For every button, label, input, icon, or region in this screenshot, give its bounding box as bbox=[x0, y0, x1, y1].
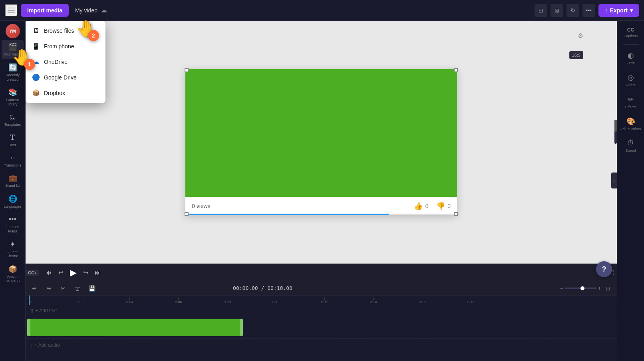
top-bar: Import media My video ☁ ⊡ ⊠ ↻ ••• ↑ Expo… bbox=[0, 0, 644, 21]
fit-to-window-button[interactable]: ⊡ bbox=[602, 283, 614, 294]
zoom-slider[interactable] bbox=[564, 288, 596, 289]
help-button[interactable]: ? bbox=[596, 261, 612, 277]
add-text-text[interactable]: + Add text bbox=[36, 308, 57, 313]
dropdown-dropbox[interactable]: 📦 Dropbox bbox=[26, 85, 105, 101]
captions-button[interactable]: CC+ bbox=[26, 270, 39, 276]
clip-handle-right[interactable] bbox=[240, 319, 243, 336]
scroll-indicator bbox=[614, 120, 617, 144]
right-panel-effects[interactable]: ✏ Effects bbox=[619, 92, 643, 112]
sidebar-item-brand-kit[interactable]: 💼 Brand kit bbox=[2, 171, 24, 190]
top-bar-right: ⊡ ⊠ ↻ ••• ↑ Export ▾ bbox=[535, 4, 639, 17]
onedrive-label: OneDrive bbox=[44, 59, 68, 65]
aspect-ratio-badge[interactable]: 16:9 bbox=[569, 51, 583, 58]
delete-button[interactable]: 🗑 bbox=[72, 283, 83, 294]
adjust-colors-label: Adjust colors bbox=[620, 127, 641, 131]
add-audio-text[interactable]: + Add audio bbox=[34, 342, 60, 348]
skip-back-button[interactable]: ⏮ bbox=[46, 269, 52, 276]
preview-settings-icon[interactable]: ⚙ bbox=[578, 32, 583, 40]
rotate-icon-button[interactable]: ↻ bbox=[566, 4, 579, 17]
version-icon: 📦 bbox=[8, 265, 17, 274]
audio-track: ♪ + Add audio bbox=[26, 339, 617, 351]
sidebar-label-languages: Languages bbox=[4, 204, 22, 209]
crop-icon-button[interactable]: ⊠ bbox=[551, 4, 563, 17]
undo-button[interactable]: ↩ bbox=[29, 283, 40, 294]
onedrive-icon: ☁ bbox=[32, 58, 40, 65]
play-button[interactable]: ▶ bbox=[70, 268, 77, 278]
video-title-area: My video ☁ bbox=[75, 6, 107, 14]
resize-handle-tr[interactable] bbox=[454, 68, 458, 72]
sidebar-item-languages[interactable]: 🌐 Languages bbox=[2, 192, 24, 211]
dropdown-browse-files[interactable]: 🖥 Browse files bbox=[26, 23, 105, 38]
dropdown-google-drive[interactable]: 🔵 Google Drive bbox=[26, 69, 105, 85]
sidebar-label-templates: Templates bbox=[4, 123, 21, 127]
resize-handle-bl[interactable] bbox=[185, 212, 189, 216]
video-info-bar: 0 views 👍 0 👎 0 bbox=[185, 197, 457, 215]
feature-flags-icon: ••• bbox=[9, 215, 16, 224]
like-group: 👍 0 bbox=[414, 202, 428, 210]
sidebar-item-your-media[interactable]: 🎬 Your media bbox=[2, 40, 24, 59]
ruler-tick-0-08: 0:08 bbox=[224, 298, 231, 304]
import-media-label: Import media bbox=[27, 7, 62, 14]
like-bar bbox=[185, 214, 389, 215]
dropdown-onedrive[interactable]: ☁ OneDrive bbox=[26, 54, 105, 69]
fade-label: Fade bbox=[626, 61, 635, 65]
fast-forward-button[interactable]: ↪ bbox=[83, 269, 88, 276]
ruler-tick-0-14: 0:14 bbox=[370, 298, 377, 304]
hamburger-button[interactable] bbox=[5, 4, 18, 17]
rewind-button[interactable]: ↩ bbox=[58, 269, 64, 276]
speed-label: Speed bbox=[625, 149, 636, 153]
sidebar-item-transitions[interactable]: ↔ Transitions bbox=[2, 151, 24, 170]
sidebar-label-feature-flags: Feature Flags bbox=[3, 225, 22, 234]
like-count: 0 bbox=[425, 203, 428, 209]
more-options-button[interactable]: ••• bbox=[582, 4, 595, 17]
right-panel-speed[interactable]: ⏱ Speed bbox=[619, 136, 643, 156]
from-phone-label: From phone bbox=[44, 43, 74, 50]
video-clip[interactable] bbox=[27, 319, 243, 336]
zoom-out-button[interactable]: − bbox=[560, 286, 563, 291]
cut-button[interactable]: ✂ bbox=[58, 283, 69, 294]
hamburger-line bbox=[8, 10, 15, 11]
speed-icon: ⏱ bbox=[627, 139, 634, 147]
save-button[interactable]: 💾 bbox=[86, 283, 97, 294]
clip-handle-left[interactable] bbox=[27, 319, 30, 336]
right-panel-captions[interactable]: CC Captions bbox=[619, 24, 643, 41]
import-media-button[interactable]: Import media bbox=[21, 4, 69, 17]
right-panel-filters[interactable]: ◎ Filters bbox=[619, 70, 643, 90]
skip-forward-button[interactable]: ⏭ bbox=[95, 269, 101, 276]
dislike-count: 0 bbox=[447, 203, 451, 209]
filters-label: Filters bbox=[626, 83, 636, 87]
hamburger-line bbox=[8, 12, 15, 13]
sidebar-item-content-library[interactable]: 📚 Content library bbox=[2, 85, 24, 109]
user-avatar[interactable]: YM bbox=[6, 24, 20, 38]
sidebar-item-text[interactable]: T Text bbox=[2, 131, 24, 150]
redo-button[interactable]: ↪ bbox=[43, 283, 54, 294]
languages-icon: 🌐 bbox=[8, 194, 17, 203]
sidebar-item-templates[interactable]: 🗂 Templates bbox=[2, 111, 24, 129]
video-canvas bbox=[185, 69, 457, 197]
sidebar-item-recently-created[interactable]: 🔄 Recently created bbox=[2, 61, 24, 84]
sidebar-item-version[interactable]: 📦 Version 8482a53 bbox=[2, 262, 24, 286]
clip-thumbnails bbox=[30, 327, 240, 328]
google-drive-icon: 🔵 bbox=[32, 73, 40, 81]
phone-icon: 📱 bbox=[32, 42, 40, 50]
sidebar-label-brand-kit: Brand kit bbox=[6, 184, 20, 188]
fade-icon: ◐ bbox=[628, 51, 634, 60]
collapse-panel-button[interactable]: ‹ bbox=[611, 173, 617, 188]
sidebar-item-feature-flags[interactable]: ••• Feature Flags bbox=[2, 213, 24, 236]
export-button[interactable]: ↑ Export ▾ bbox=[598, 4, 639, 17]
import-dropdown: 🖥 Browse files 📱 From phone ☁ OneDrive 🔵… bbox=[26, 21, 105, 103]
resize-handle-br[interactable] bbox=[454, 212, 458, 216]
right-panel-fade[interactable]: ◐ Fade bbox=[619, 48, 643, 68]
adjust-colors-icon: 🎨 bbox=[626, 117, 635, 126]
resize-handle-tl[interactable] bbox=[185, 68, 189, 72]
left-sidebar: YM 🎬 Your media 🔄 Recently created 📚 Con… bbox=[0, 21, 26, 361]
zoom-in-button[interactable]: + bbox=[598, 286, 601, 291]
sidebar-item-fluent-theme[interactable]: ✦ Fluent Theme bbox=[2, 238, 24, 261]
like-bar-container bbox=[185, 214, 457, 215]
dropdown-from-phone[interactable]: 📱 From phone bbox=[26, 38, 105, 54]
resize-icon-button[interactable]: ⊡ bbox=[535, 4, 547, 17]
right-panel-adjust-colors[interactable]: 🎨 Adjust colors bbox=[619, 114, 643, 134]
scroll-thumb bbox=[614, 120, 617, 132]
ruler-tick-0-04: 0:04 bbox=[126, 298, 133, 304]
templates-icon: 🗂 bbox=[9, 113, 16, 121]
